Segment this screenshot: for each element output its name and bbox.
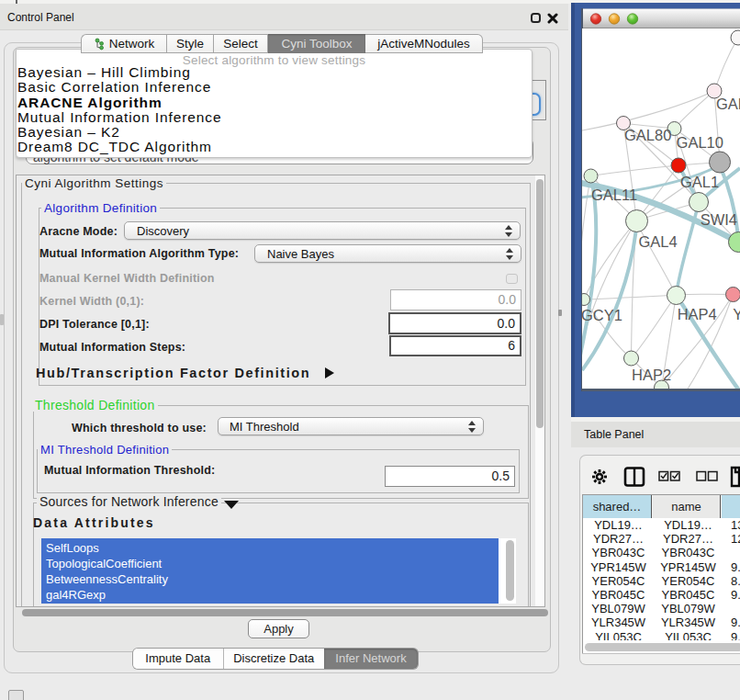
svg-text:GAL4: GAL4 — [638, 233, 677, 250]
svg-text:GAL7: GAL7 — [716, 96, 740, 112]
svg-text:YEL: YEL — [733, 306, 740, 322]
svg-text:GAL1: GAL1 — [680, 174, 719, 190]
svg-text:GAL11: GAL11 — [591, 186, 637, 203]
svg-text:GAL80: GAL80 — [624, 127, 671, 143]
svg-text:GCY1: GCY1 — [582, 307, 622, 323]
svg-text:GAL10: GAL10 — [677, 134, 723, 151]
svg-text:HAP4: HAP4 — [678, 306, 717, 322]
svg-text:SWI4: SWI4 — [701, 211, 737, 228]
svg-text:HAP2: HAP2 — [632, 367, 671, 383]
